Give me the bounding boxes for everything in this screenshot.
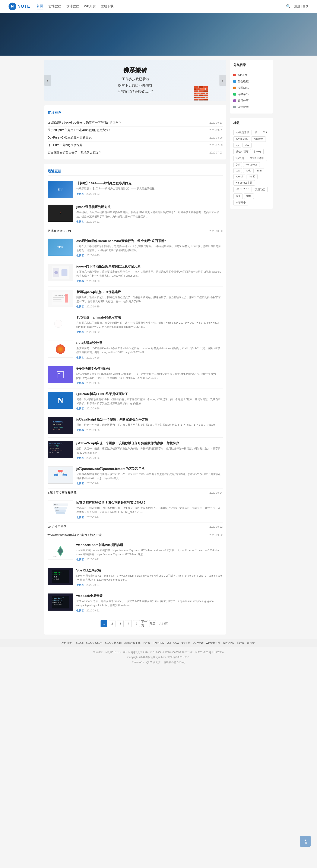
post-author-link[interactable]: 七博客 — [76, 407, 84, 410]
footer-link[interactable]: WP免责主题 — [206, 641, 220, 644]
pinned-link[interactable]: css新滤镜：backdrop-filter，确定不一下与filter的区别？ — [47, 121, 205, 125]
single-post-link[interactable]: wp/wordpress调用当前分类的子标签方法 — [47, 533, 102, 537]
post-title-link[interactable]: SVG动画：animate的使用方法 — [76, 315, 223, 320]
post-author-link[interactable]: 七博客 — [76, 609, 84, 612]
post-author-link[interactable]: 七博客 — [76, 305, 84, 308]
post-title-link[interactable]: webpack全局安装 — [76, 593, 223, 598]
post-title-link[interactable]: js和parentNode和parentElement的区别和用法 — [76, 466, 223, 471]
post-author-link[interactable]: 七博客 — [76, 356, 84, 359]
tag-item[interactable]: wordpress主题 — [233, 180, 255, 186]
post-author-link[interactable]: 七博客 — [76, 331, 84, 334]
post-title-link[interactable]: 5分钟快速学会使用SVG — [76, 366, 223, 371]
sidebar-category-item[interactable]: 前端教程 — [233, 78, 270, 85]
post-title-link[interactable]: js/JavaScript实现一个函数：该函数以任何可负整数作为参数，并按降序… — [76, 441, 223, 445]
footer-link[interactable]: 51QUS-CSDN — [86, 641, 102, 644]
tag-item[interactable]: wp主题 — [233, 156, 246, 161]
footer-link[interactable]: Adob教程下载 — [124, 641, 140, 644]
pinned-link[interactable]: Qui-Pure主题bug反馈专题 — [47, 143, 205, 147]
tag-item[interactable]: html — [233, 193, 243, 199]
tag-item[interactable]: Vue — [243, 143, 252, 148]
tag-item[interactable]: wp — [233, 143, 241, 148]
footer-link[interactable]: 51Qus — [76, 641, 83, 644]
post-author-link[interactable]: 七博客 — [76, 280, 84, 283]
sidebar-category-item[interactable]: 点缀杂外 — [233, 91, 270, 97]
sidebar-category-item[interactable]: 帝国CMS — [233, 85, 270, 91]
nav-item-design[interactable]: 设计教程 — [66, 3, 79, 9]
tag-item[interactable]: rem — [255, 168, 264, 173]
page-btn-4[interactable]: 4 — [125, 620, 132, 627]
post-author-link[interactable]: 七博客 — [76, 457, 84, 460]
tag-item[interactable]: js — [253, 130, 259, 135]
nav-item-theme[interactable]: 主题下载 — [101, 3, 113, 9]
sidebar-category-item[interactable]: 教程分享 — [233, 97, 270, 104]
tag-item[interactable]: 帝国cms — [251, 136, 266, 142]
page-btn-3[interactable]: 3 — [117, 620, 124, 627]
tag-item[interactable]: JavaScript — [233, 136, 250, 142]
sidebar-category-item[interactable]: WP开发 — [233, 72, 270, 78]
post-author-link[interactable]: 七博客 — [76, 516, 84, 519]
footer-link[interactable]: Qui — [167, 641, 171, 644]
nav-item-frontend[interactable]: 前端教程 — [48, 3, 61, 9]
post-title-link[interactable]: SVG实现渐变效果 — [76, 341, 223, 345]
post-title-link[interactable]: js/css竖屏横屏判断方法 — [76, 205, 223, 209]
pinned-link[interactable]: 关于qui-pure主题用户中心404链接的使用方法！ — [47, 128, 205, 132]
tag-item[interactable]: node — [243, 168, 254, 173]
carousel-next-button[interactable]: › — [219, 75, 226, 86]
tag-item[interactable]: wp主题开发 — [233, 130, 251, 135]
page-next-btn[interactable]: 下一页 — [141, 620, 148, 627]
tag-item[interactable]: CC2019教程 — [248, 156, 267, 161]
post-title-link[interactable]: Vue CLI全局安装 — [76, 568, 223, 572]
single-post-link[interactable]: 将博客搬至CSDN — [47, 229, 71, 233]
post-title-link[interactable]: jquery向下滑动指定距离右侧固定悬浮定元素 — [76, 264, 223, 269]
tag-item[interactable]: svg — [233, 168, 242, 173]
footer-link[interactable]: 51QUS-博客园 — [105, 641, 122, 644]
pinned-link[interactable]: 页面底部固钉凸出去了，前端怎么实现？ — [47, 151, 205, 155]
post-title-link[interactable]: 【转载】1024——请对身边程序员好点 — [76, 181, 223, 185]
tag-item[interactable]: PS CC2019 — [233, 187, 251, 192]
tag-item[interactable]: Qui — [233, 162, 242, 167]
sidebar-category-item[interactable]: 设计教程 — [233, 104, 270, 110]
post-title-link[interactable]: 新网站pc/wp站点SEO优化建议 — [76, 290, 223, 294]
nav-item-wp[interactable]: WP开发 — [84, 3, 96, 9]
page-btn-5[interactable]: 5 — [133, 620, 140, 627]
page-btn-1[interactable]: 1 — [101, 620, 107, 627]
search-button[interactable]: 🔍 — [286, 4, 291, 9]
tag-item[interactable]: vue-cli — [233, 174, 245, 179]
footer-link[interactable]: PX转REM — [153, 641, 165, 644]
post-author-link[interactable]: 七博客 — [76, 192, 84, 195]
carousel-prev-button[interactable]: ‹ — [44, 75, 51, 86]
post-title-link[interactable]: css通过id标签.scroll-behavior滚动行为、丝滑实现"返回顶部" — [76, 239, 223, 243]
post-author-link[interactable]: 七博客 — [76, 482, 84, 485]
post-title-link[interactable]: Qui-Note博客LOGO终于升级面世了 — [76, 392, 223, 396]
tag-item[interactable]: wordpress — [243, 162, 259, 167]
footer-link[interactable]: 前段库 — [237, 641, 244, 644]
post-title-link[interactable]: js/JavaScript 给定一个整数，判断它是否为平方数 — [76, 417, 223, 422]
logo[interactable]: N NOTE — [8, 3, 30, 10]
tag-item[interactable]: 微信小程序 — [233, 149, 251, 154]
tag-item[interactable]: 懒框 — [244, 193, 254, 199]
tag-item[interactable]: html5 — [247, 174, 257, 179]
post-title-link[interactable]: js节点都有哪些类型？怎么判断是哪种节点类型？ — [76, 500, 223, 505]
footer-link[interactable]: PI教程 — [143, 641, 150, 644]
single-post-link[interactable]: sort()排序问题 — [47, 525, 67, 529]
tag-item[interactable]: css — [261, 130, 269, 135]
tag-item[interactable]: 无缝动态 — [253, 187, 268, 192]
tag-item[interactable]: jquery — [252, 149, 264, 154]
post-author-link[interactable]: 七博客 — [76, 382, 84, 384]
nav-item-home[interactable]: 首页 — [37, 3, 43, 9]
page-last-btn[interactable]: 尾页 — [149, 620, 156, 627]
footer-link[interactable]: 差片特 — [247, 641, 255, 644]
single-post-link[interactable]: js属性节点获取和移除 — [47, 491, 77, 495]
footer-link[interactable]: QUX-Pure主题 — [173, 641, 190, 644]
tag-item[interactable]: 水平居中 — [233, 200, 248, 206]
post-author-link[interactable]: 七博客 — [76, 254, 84, 257]
footer-link[interactable]: QUX设计 — [193, 641, 204, 644]
post-author-link[interactable]: 七博客 — [76, 584, 84, 586]
login-button[interactable]: 注册 | 登录 — [294, 4, 309, 8]
post-author-link[interactable]: 七博客 — [76, 429, 84, 432]
post-title-link[interactable]: webpack+npm创建Vue项目步骤 — [76, 542, 223, 547]
pinned-link[interactable]: Qui-Pure v2.01主题版本更新日志 — [47, 136, 205, 140]
post-author-link[interactable]: 七博客 — [76, 220, 84, 223]
post-author-link[interactable]: 七博客 — [76, 558, 84, 561]
footer-link[interactable]: WP作业集 — [223, 641, 235, 644]
